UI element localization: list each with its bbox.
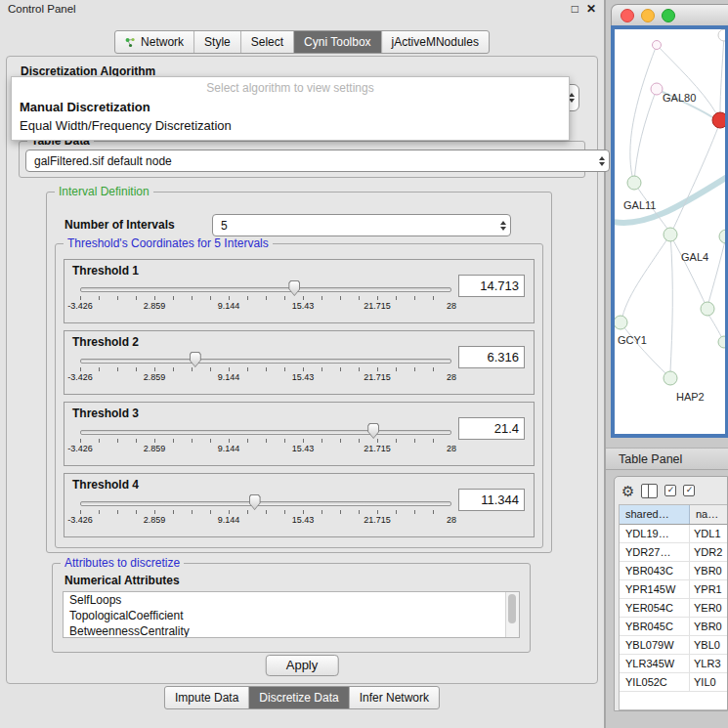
network-node[interactable]: [653, 41, 662, 50]
threshold-4-slider[interactable]: -3.4262.8599.14415.4321.71528: [80, 495, 451, 531]
table-row[interactable]: YPR145WYPR1: [620, 580, 727, 599]
algorithm-option-equal-width-frequency-discretization[interactable]: Equal Width/Frequency Discretization: [12, 116, 569, 135]
float-window-icon[interactable]: □: [572, 2, 578, 16]
network-edge[interactable]: [670, 235, 672, 371]
checkbox-icon[interactable]: ✓: [664, 485, 676, 496]
attribute-items: SelfLoopsTopologicalCoefficientBetweenne…: [64, 592, 519, 638]
table-row[interactable]: YER054CYER0: [620, 599, 727, 618]
network-node[interactable]: [627, 176, 641, 190]
checkbox-icon[interactable]: ✓: [683, 485, 695, 496]
network-window-titlebar[interactable]: [611, 4, 728, 25]
table-panel-header[interactable]: Table Panel: [606, 448, 728, 470]
threshold-1-section: Threshold 1-3.4262.8599.14415.4321.71528…: [64, 259, 535, 323]
slider-handle[interactable]: [249, 494, 261, 510]
table-row[interactable]: YBR045CYBR0: [620, 618, 727, 636]
table-row[interactable]: YBL079WYBL0: [620, 636, 727, 655]
stepper-icon: [500, 221, 506, 231]
threshold-3-slider[interactable]: -3.4262.8599.14415.4321.71528: [80, 424, 451, 459]
scale-label: -3.426: [67, 301, 93, 311]
attribute-item-topologicalcoefficient[interactable]: TopologicalCoefficient: [64, 608, 519, 623]
threshold-label: Threshold 3: [72, 407, 139, 420]
table-cell: YIL052C: [620, 673, 690, 691]
table-cell: YBL079W: [620, 636, 690, 654]
slider-ticks: [80, 367, 451, 371]
tab-select[interactable]: Select: [241, 31, 294, 53]
slider-ticks: [80, 296, 451, 300]
network-edge[interactable]: [622, 235, 670, 317]
control-panel-title: Control Panel: [0, 0, 604, 19]
close-icon[interactable]: ✕: [586, 2, 596, 16]
threshold-2-value-field[interactable]: 6.316: [458, 346, 525, 368]
tab-style[interactable]: Style: [194, 31, 241, 53]
table-row[interactable]: YDL19…YDL1: [620, 525, 727, 543]
column-header-1[interactable]: na…: [690, 505, 727, 524]
numerical-attributes-list[interactable]: SelfLoopsTopologicalCoefficientBetweenne…: [63, 591, 520, 638]
tab-network[interactable]: Network: [115, 31, 194, 53]
table-row[interactable]: YDR27…YDR2: [620, 543, 727, 562]
scale-label: 15.43: [292, 372, 315, 382]
threshold-4-value-field[interactable]: 11.344: [458, 489, 525, 511]
network-node[interactable]: [719, 230, 725, 243]
network-node[interactable]: [701, 302, 714, 316]
gear-icon[interactable]: ⚙: [621, 484, 634, 498]
apply-button[interactable]: Apply: [266, 655, 339, 676]
network-node[interactable]: [664, 371, 677, 385]
network-node[interactable]: [615, 316, 627, 329]
bottom-tab-impute-data[interactable]: Impute Data: [165, 687, 249, 708]
network-edge[interactable]: [708, 236, 725, 303]
threshold-2-slider[interactable]: -3.4262.8599.14415.4321.71528: [80, 353, 451, 388]
network-node[interactable]: [664, 228, 677, 241]
columns-icon[interactable]: [641, 484, 658, 498]
slider-ticks: [80, 510, 451, 514]
table-row[interactable]: YBR043CYBR0: [620, 562, 727, 580]
algorithm-option-manual-discretization[interactable]: Manual Discretization: [12, 98, 569, 116]
table-panel-window: ⚙ ✓ ✓ shared…na… YDL19…YDL1YDR27…YDR2YBR…: [614, 476, 728, 711]
scrollbar-thumb[interactable]: [508, 594, 516, 623]
threshold-3-value-field[interactable]: 21.4: [458, 417, 525, 440]
scale-label: 2.859: [144, 515, 166, 525]
minimize-traffic-light-icon[interactable]: [641, 9, 655, 22]
column-header-0[interactable]: shared…: [620, 505, 690, 524]
tab-jactivemnodules[interactable]: jActiveMNodules: [382, 31, 489, 53]
number-of-intervals-label: Number of Intervals: [64, 218, 175, 232]
slider-handle[interactable]: [190, 352, 201, 367]
table-cell: YER054C: [620, 599, 690, 617]
bottom-tab-infer-network-label: Infer Network: [360, 691, 429, 705]
window-buttons: □✕: [564, 2, 596, 16]
slider-track: [80, 287, 451, 292]
zoom-traffic-light-icon[interactable]: [662, 9, 675, 22]
cyni-toolbox-panel: Discretization Algorithm Table Data galF…: [6, 56, 598, 684]
threshold-1-slider[interactable]: -3.4262.8599.14415.4321.71528: [80, 281, 451, 317]
network-node[interactable]: [712, 112, 725, 128]
threshold-1-value-field[interactable]: 14.713: [458, 275, 525, 297]
number-of-intervals-select[interactable]: 5: [212, 214, 511, 236]
network-node[interactable]: [718, 29, 725, 41]
network-edge[interactable]: [621, 322, 665, 373]
network-edge[interactable]: [630, 45, 657, 176]
table-cell: YBR0: [690, 562, 727, 579]
attribute-item-selfloops[interactable]: SelfLoops: [64, 592, 519, 608]
bottom-tab-infer-network[interactable]: Infer Network: [350, 687, 439, 708]
bottom-tab-impute-data-label: Impute Data: [175, 691, 238, 705]
scrollbar[interactable]: [505, 592, 519, 637]
table-row[interactable]: YLR345WYLR3: [620, 655, 727, 673]
attribute-item-betweennesscentrality[interactable]: BetweennessCentrality: [64, 623, 519, 638]
network-node[interactable]: [718, 336, 725, 348]
bottom-tab-discretize-data[interactable]: Discretize Data: [249, 687, 349, 708]
control-panel-window: Control Panel □✕ NetworkStyleSelectCyni …: [0, 0, 606, 728]
network-edge[interactable]: [673, 127, 718, 229]
network-graph: GAL80GAL11GAL4GCY1HAP2: [615, 29, 725, 434]
network-node[interactable]: [651, 83, 663, 95]
network-edge[interactable]: [720, 35, 724, 112]
table-data-select[interactable]: galFiltered.sif default node: [25, 150, 610, 172]
table-cell: YBR0: [690, 618, 727, 635]
close-traffic-light-icon[interactable]: [621, 9, 634, 22]
slider-handle[interactable]: [367, 423, 379, 439]
node-table: shared…na… YDL19…YDL1YDR27…YDR2YBR043CYB…: [619, 504, 727, 710]
network-canvas[interactable]: GAL80GAL11GAL4GCY1HAP2: [615, 29, 725, 434]
slider-scale-labels: -3.4262.8599.14415.4321.71528: [80, 515, 451, 527]
slider-handle[interactable]: [288, 280, 300, 296]
table-row[interactable]: YIL052CYIL0: [620, 673, 727, 692]
tab-cyni-toolbox[interactable]: Cyni Toolbox: [294, 31, 381, 53]
tab-jactivemnodules-label: jActiveMNodules: [392, 35, 479, 49]
